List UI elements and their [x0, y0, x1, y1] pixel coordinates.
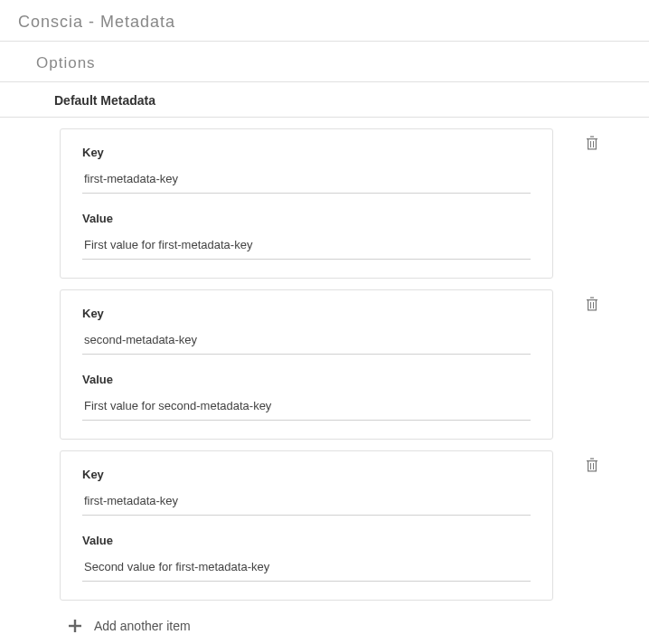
- plus-icon: [69, 620, 81, 632]
- metadata-item-row: Key Value: [60, 128, 631, 279]
- value-field-group: Value: [82, 373, 531, 421]
- trash-icon: [586, 297, 598, 314]
- value-field-group: Value: [82, 212, 531, 260]
- svg-rect-11: [588, 309, 597, 310]
- value-field-group: Value: [82, 534, 531, 582]
- page-title: Conscia - Metadata: [0, 0, 649, 42]
- key-input[interactable]: [82, 488, 531, 516]
- delete-button[interactable]: [584, 136, 600, 152]
- svg-rect-19: [590, 463, 591, 469]
- item-actions: [553, 450, 600, 474]
- value-input[interactable]: [82, 393, 531, 421]
- item-actions: [553, 289, 600, 313]
- value-label: Value: [82, 534, 531, 547]
- key-label: Key: [82, 468, 531, 481]
- metadata-items-container: Key Value: [0, 128, 649, 633]
- svg-rect-3: [596, 139, 597, 149]
- svg-rect-12: [590, 302, 591, 308]
- metadata-item-row: Key Value: [60, 289, 631, 440]
- svg-rect-13: [593, 302, 594, 308]
- trash-icon: [586, 136, 598, 153]
- svg-rect-4: [588, 148, 597, 149]
- metadata-item-card: Key Value: [60, 289, 553, 440]
- key-label: Key: [82, 307, 531, 320]
- metadata-item-row: Key Value: [60, 450, 631, 601]
- value-input[interactable]: [82, 554, 531, 582]
- svg-rect-22: [69, 625, 81, 627]
- svg-rect-16: [588, 461, 588, 471]
- svg-rect-20: [593, 463, 594, 469]
- metadata-item-card: Key Value: [60, 128, 553, 279]
- svg-rect-2: [588, 139, 588, 149]
- trash-icon: [586, 458, 598, 475]
- delete-button[interactable]: [584, 297, 600, 313]
- svg-rect-17: [596, 461, 597, 471]
- svg-rect-18: [588, 470, 597, 471]
- key-field-group: Key: [82, 307, 531, 355]
- svg-rect-6: [593, 141, 594, 147]
- svg-rect-8: [590, 297, 594, 298]
- svg-rect-15: [590, 458, 594, 459]
- delete-button[interactable]: [584, 458, 600, 474]
- item-actions: [553, 128, 600, 152]
- key-field-group: Key: [82, 146, 531, 194]
- key-field-group: Key: [82, 468, 531, 516]
- value-input[interactable]: [82, 232, 531, 260]
- key-input[interactable]: [82, 166, 531, 194]
- value-label: Value: [82, 212, 531, 225]
- svg-rect-10: [596, 300, 597, 310]
- subsection-title-default-metadata: Default Metadata: [0, 82, 649, 118]
- svg-rect-1: [590, 136, 594, 137]
- section-title-options: Options: [0, 42, 649, 82]
- metadata-item-card: Key Value: [60, 450, 553, 601]
- value-label: Value: [82, 373, 531, 386]
- key-input[interactable]: [82, 327, 531, 355]
- svg-rect-9: [588, 300, 588, 310]
- add-item-label: Add another item: [94, 619, 191, 633]
- svg-rect-5: [590, 141, 591, 147]
- add-item-button[interactable]: Add another item: [60, 601, 631, 633]
- key-label: Key: [82, 146, 531, 159]
